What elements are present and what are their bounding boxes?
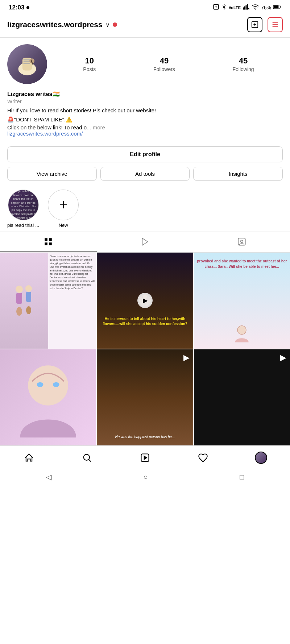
bottom-nav bbox=[0, 445, 290, 468]
avatar-image bbox=[7, 44, 47, 84]
menu-button[interactable] bbox=[268, 17, 283, 32]
status-bar: 12:03 VoLTE bbox=[0, 0, 290, 13]
volte-icon: VoLTE bbox=[229, 5, 241, 10]
grid-post-3[interactable]: provoked and she wanted to meet the outc… bbox=[194, 253, 290, 349]
signal-icon bbox=[243, 4, 249, 11]
grid-post-4[interactable] bbox=[0, 349, 96, 445]
grid-post-2[interactable]: He is nervous to tell about his heart to… bbox=[97, 253, 193, 349]
profile-top: 10 Posts 49 Followers 45 Following bbox=[7, 44, 283, 84]
svg-rect-1 bbox=[243, 8, 244, 10]
svg-point-45 bbox=[84, 454, 90, 460]
svg-rect-26 bbox=[49, 238, 52, 241]
tab-tagged[interactable] bbox=[193, 232, 290, 252]
svg-point-37 bbox=[26, 306, 31, 314]
svg-point-32 bbox=[16, 286, 23, 293]
post-2-play-icon: ▶ bbox=[137, 293, 153, 308]
posts-grid: Chloe is a normal girl but she was so qu… bbox=[0, 253, 290, 446]
nav-search[interactable] bbox=[78, 450, 96, 465]
bio-link[interactable]: lizgraceswrites.wordpress.com/ bbox=[7, 130, 283, 137]
following-stat[interactable]: 45 Following bbox=[233, 56, 254, 72]
small-buttons-row: View archive Ad tools Insights bbox=[7, 167, 283, 181]
story-item-existing[interactable]: we are just a small page with few follow… bbox=[7, 190, 39, 228]
back-button[interactable]: ◁ bbox=[46, 473, 51, 481]
ad-tools-button[interactable]: Ad tools bbox=[100, 167, 190, 181]
following-count: 45 bbox=[239, 56, 248, 66]
notification-dot bbox=[113, 22, 117, 27]
svg-line-46 bbox=[89, 460, 91, 461]
posts-label: Posts bbox=[83, 66, 96, 72]
chevron-down-icon[interactable]: ∨ bbox=[105, 21, 110, 28]
svg-rect-2 bbox=[244, 7, 245, 10]
svg-rect-4 bbox=[247, 4, 248, 10]
nav-reels[interactable] bbox=[136, 450, 154, 465]
grid-post-1[interactable]: Chloe is a normal girl but she was so qu… bbox=[0, 253, 96, 349]
android-nav: ◁ ○ □ bbox=[0, 468, 290, 486]
tab-grid[interactable] bbox=[0, 232, 97, 252]
post-2-text: He is nervous to tell about his heart to… bbox=[97, 313, 193, 329]
edit-profile-button[interactable]: Edit profile bbox=[7, 146, 283, 162]
avatar[interactable] bbox=[7, 44, 47, 84]
battery-percentage: 76% bbox=[261, 5, 271, 11]
svg-point-34 bbox=[16, 307, 22, 316]
story-circle-existing[interactable]: we are just a small page with few follow… bbox=[8, 190, 39, 220]
new-story-button[interactable] bbox=[48, 190, 79, 220]
bio-section: Lizgraces writes🇮🇳 Writer Hi! If you lov… bbox=[0, 91, 290, 143]
status-dot bbox=[26, 6, 29, 9]
svg-rect-25 bbox=[45, 238, 48, 241]
svg-marker-29 bbox=[142, 238, 148, 245]
svg-point-44 bbox=[53, 382, 59, 387]
post-5-play-icon: ▶ bbox=[183, 353, 190, 362]
insights-button[interactable]: Insights bbox=[193, 167, 283, 181]
posts-count: 10 bbox=[85, 56, 94, 66]
status-time: 12:03 bbox=[9, 4, 24, 11]
svg-rect-30 bbox=[238, 238, 245, 245]
recent-button[interactable]: □ bbox=[240, 473, 244, 481]
grid-post-6[interactable]: ▶ bbox=[194, 349, 290, 445]
header: lizgraceswrites.wordpress ∨ bbox=[0, 13, 290, 38]
svg-rect-28 bbox=[49, 242, 52, 245]
nav-avatar[interactable] bbox=[255, 452, 267, 464]
posts-stat[interactable]: 10 Posts bbox=[83, 56, 96, 72]
followers-count: 49 bbox=[160, 56, 169, 66]
new-post-button[interactable] bbox=[247, 17, 262, 32]
tab-reels[interactable] bbox=[97, 232, 194, 252]
post-tabs bbox=[0, 232, 290, 253]
wifi-icon bbox=[252, 4, 259, 11]
story-label-new: New bbox=[59, 223, 68, 228]
story-label-existing: pls read this! ... bbox=[7, 223, 39, 228]
svg-rect-27 bbox=[45, 242, 48, 245]
action-buttons: Edit profile View archive Ad tools Insig… bbox=[0, 143, 290, 186]
bio-description: Hi! If you love to read short stories! P… bbox=[7, 107, 283, 115]
profile-link[interactable]: lizgraceswrites.wordpress.com/ bbox=[7, 130, 83, 137]
svg-rect-33 bbox=[16, 293, 22, 304]
followers-label: Followers bbox=[153, 66, 175, 72]
svg-rect-9 bbox=[274, 5, 279, 8]
svg-rect-36 bbox=[26, 292, 31, 302]
header-username[interactable]: lizgraceswrites.wordpress bbox=[7, 20, 103, 29]
nav-profile[interactable] bbox=[252, 450, 270, 465]
battery-icon bbox=[273, 5, 281, 10]
story-item-new[interactable]: New bbox=[48, 190, 79, 228]
profile-section: 10 Posts 49 Followers 45 Following bbox=[0, 38, 290, 84]
header-title-area[interactable]: lizgraceswrites.wordpress ∨ bbox=[7, 20, 117, 29]
story-image: we are just a small page with few follow… bbox=[8, 190, 38, 220]
svg-marker-48 bbox=[144, 456, 147, 460]
view-archive-button[interactable]: View archive bbox=[7, 167, 97, 181]
grid-post-5[interactable]: He was the happiest person has he... ▶ bbox=[97, 349, 193, 445]
nav-activity[interactable] bbox=[194, 450, 212, 465]
bio-warning: 🚨"DON'T SPAM LIKE".⚠️ bbox=[7, 116, 283, 123]
post-6-play-icon: ▶ bbox=[280, 353, 286, 362]
home-button[interactable]: ○ bbox=[143, 473, 148, 481]
followers-stat[interactable]: 49 Followers bbox=[153, 56, 175, 72]
status-icons: VoLTE 76% bbox=[213, 4, 281, 11]
svg-point-7 bbox=[255, 9, 256, 9]
svg-rect-20 bbox=[24, 63, 30, 64]
bio-name: Lizgraces writes🇮🇳 bbox=[7, 91, 283, 97]
svg-point-35 bbox=[25, 285, 32, 292]
profile-stats: 10 Posts 49 Followers 45 Following bbox=[54, 56, 283, 72]
nav-home[interactable] bbox=[20, 450, 38, 465]
post-3-text: provoked and she wanted to meet the outc… bbox=[194, 255, 290, 272]
svg-point-42 bbox=[28, 365, 68, 406]
nfc-icon bbox=[213, 4, 219, 11]
bio-read-more: Click on the below link! To read o... mo… bbox=[7, 124, 283, 130]
